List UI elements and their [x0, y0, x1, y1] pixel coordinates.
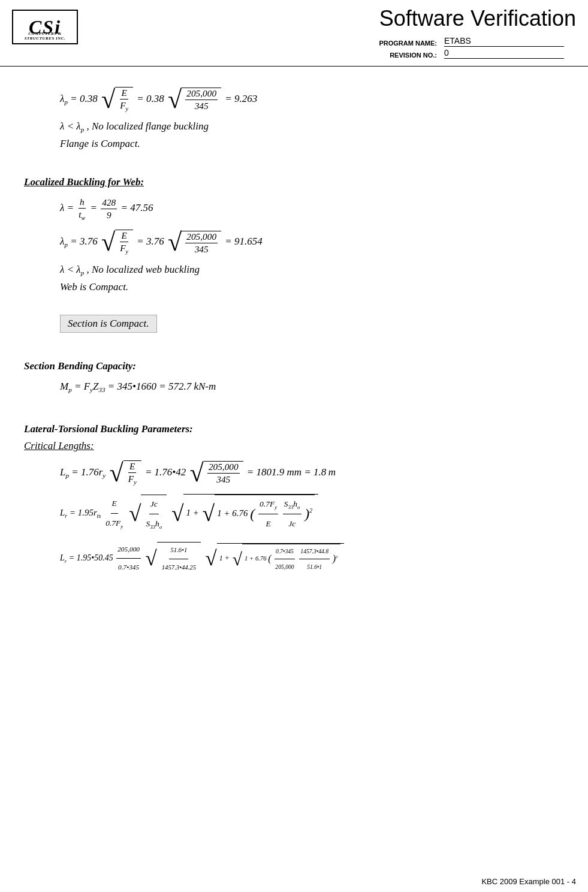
- program-label: PROGRAM NAME:: [348, 40, 444, 47]
- logo-area: CSi COMPUTERS & STRUCTURES INC.: [6, 6, 84, 48]
- section-compact-box: Section is Compact.: [60, 315, 157, 333]
- lambda-web-eq: λ = h tw = 428 9 = 47.56: [60, 197, 564, 221]
- flange-compact-note2: Flange is Compact.: [60, 138, 564, 150]
- lambda-p-flange-eq: λp = 0.38 √ E Fy = 0.38 √ 205,000 345: [60, 87, 564, 112]
- bending-heading: Section Bending Capacity:: [24, 360, 564, 372]
- revision-value: 0: [444, 48, 564, 59]
- critical-lengths-heading: Critical Lengths:: [24, 440, 564, 452]
- mp-eq: Mp = FyZ33 = 345•1660 = 572.7 kN-m: [60, 381, 564, 393]
- ltb-heading: Lateral-Torsional Buckling Parameters:: [24, 423, 564, 435]
- meta-revision-row: REVISION NO.: 0: [348, 48, 576, 59]
- revision-label: REVISION NO.:: [348, 52, 444, 59]
- footer: KBC 2009 Example 001 - 4: [481, 877, 576, 886]
- header-right: Software Verification PROGRAM NAME: ETAB…: [84, 6, 576, 60]
- meta-program-row: PROGRAM NAME: ETABS: [348, 36, 576, 47]
- flange-compact-note1: λ < λp , No localized flange buckling: [60, 120, 564, 133]
- web-compact-note1: λ < λp , No localized web buckling: [60, 264, 564, 276]
- page-title: Software Verification: [379, 6, 576, 31]
- footer-text: KBC 2009 Example 001 - 4: [481, 877, 576, 886]
- lr-eq-numeric: Lr = 1.95•50.45 205,000 0.7•345 √ 51.6•1…: [60, 541, 564, 575]
- program-value: ETABS: [444, 36, 564, 47]
- web-compact-note2: Web is Compact.: [60, 281, 564, 293]
- header: CSi COMPUTERS & STRUCTURES INC. Software…: [0, 0, 588, 67]
- content-area: λp = 0.38 √ E Fy = 0.38 √ 205,000 345: [0, 67, 588, 608]
- logo-box: CSi COMPUTERS & STRUCTURES INC.: [12, 10, 78, 44]
- logo-sub: COMPUTERS & STRUCTURES INC.: [13, 31, 77, 41]
- lambda-p-web-eq: λp = 3.76 √ E Fy = 3.76 √ 205,000 345 = …: [60, 230, 564, 255]
- lp-eq: Lp = 1.76ry √ E Fy = 1.76•42 √ 205,000 3…: [60, 460, 564, 486]
- web-section-heading: Localized Buckling for Web:: [24, 176, 564, 188]
- meta-table: PROGRAM NAME: ETABS REVISION NO.: 0: [348, 36, 576, 60]
- lr-eq-symbolic: Lr = 1.95rts E 0.7Fy √ Jc S33ho √ 1 + √ …: [60, 494, 564, 533]
- lambda-p-flange-text: λp = 0.38 √ E Fy = 0.38 √ 205,000 345: [60, 93, 257, 104]
